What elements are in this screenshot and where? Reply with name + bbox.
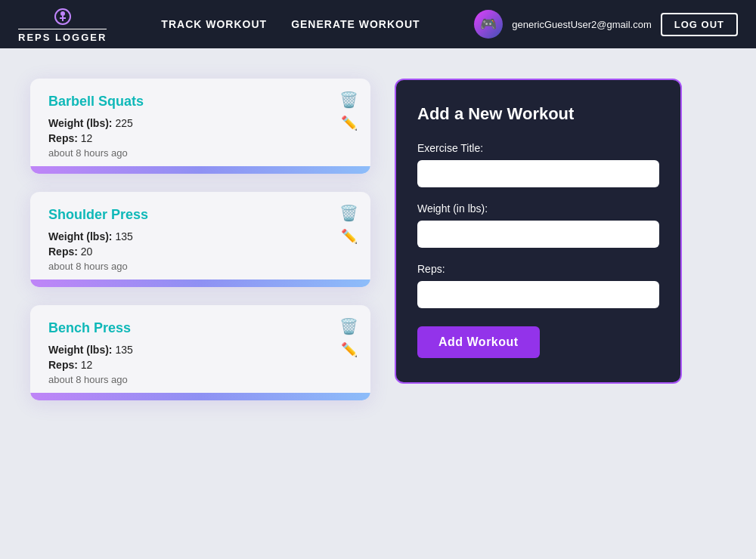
user-email: genericGuestUser2@gmail.com — [512, 19, 651, 30]
workout-reps-0: Reps: 12 — [48, 132, 355, 144]
weight-input[interactable] — [417, 221, 659, 248]
workout-title-0: Barbell Squats — [48, 94, 355, 110]
workout-card-2: Bench Press Weight (lbs): 135 Reps: 12 a… — [30, 305, 370, 400]
workout-time-0: about 8 hours ago — [48, 147, 355, 159]
edit-button-0[interactable]: ✏️ — [341, 115, 358, 131]
logo-icon — [52, 6, 73, 27]
main-content: Barbell Squats Weight (lbs): 225 Reps: 1… — [0, 48, 756, 431]
nav-track-workout[interactable]: TRACK WORKOUT — [161, 18, 267, 30]
pencil-icon-0: ✏️ — [341, 115, 358, 131]
workout-weight-1: Weight (lbs): 135 — [48, 230, 355, 242]
logout-button[interactable]: LOG OUT — [661, 13, 738, 36]
edit-button-1[interactable]: ✏️ — [341, 228, 358, 245]
workout-title-1: Shoulder Press — [48, 207, 355, 223]
workout-card-1: Shoulder Press Weight (lbs): 135 Reps: 2… — [30, 192, 370, 287]
add-workout-button[interactable]: Add Workout — [417, 326, 540, 358]
workout-title-2: Bench Press — [48, 320, 355, 336]
workout-reps-1: Reps: 20 — [48, 246, 355, 258]
workout-list: Barbell Squats Weight (lbs): 225 Reps: 1… — [30, 79, 370, 400]
trash-icon-1: 🗑️ — [339, 204, 358, 222]
workout-reps-2: Reps: 12 — [48, 359, 355, 371]
delete-button-2[interactable]: 🗑️ — [339, 317, 358, 335]
card-actions-1: 🗑️ ✏️ — [339, 204, 358, 245]
nav-generate-workout[interactable]: GENERATE WORKOUT — [291, 18, 420, 30]
navbar: REPS LOGGER TRACK WORKOUT GENERATE WORKO… — [0, 0, 756, 48]
workout-time-1: about 8 hours ago — [48, 261, 355, 272]
pencil-icon-1: ✏️ — [341, 228, 358, 245]
workout-weight-2: Weight (lbs): 135 — [48, 344, 355, 356]
workout-card-0: Barbell Squats Weight (lbs): 225 Reps: 1… — [30, 79, 370, 174]
nav-right: 🎮 genericGuestUser2@gmail.com LOG OUT — [474, 10, 738, 39]
reps-label: Reps: — [417, 263, 659, 275]
card-actions-2: 🗑️ ✏️ — [339, 317, 358, 358]
logo: REPS LOGGER — [18, 6, 107, 43]
pencil-icon-2: ✏️ — [341, 341, 358, 358]
trash-icon-0: 🗑️ — [339, 91, 358, 109]
edit-button-2[interactable]: ✏️ — [341, 341, 358, 358]
exercise-title-input[interactable] — [417, 160, 659, 187]
trash-icon-2: 🗑️ — [339, 317, 358, 335]
delete-button-1[interactable]: 🗑️ — [339, 204, 358, 222]
avatar-emoji: 🎮 — [480, 16, 497, 32]
svg-point-1 — [60, 11, 65, 16]
weight-label: Weight (in lbs): — [417, 202, 659, 215]
nav-links: TRACK WORKOUT GENERATE WORKOUT — [161, 18, 450, 30]
card-actions-0: 🗑️ ✏️ — [339, 91, 358, 131]
add-workout-panel: Add a New Workout Exercise Title: Weight… — [395, 79, 682, 384]
form-title: Add a New Workout — [417, 104, 659, 124]
workout-time-2: about 8 hours ago — [48, 374, 355, 385]
workout-weight-0: Weight (lbs): 225 — [48, 117, 355, 129]
reps-input[interactable] — [417, 281, 659, 308]
delete-button-0[interactable]: 🗑️ — [339, 91, 358, 109]
logo-text: REPS LOGGER — [18, 29, 107, 43]
avatar: 🎮 — [474, 10, 503, 39]
exercise-title-label: Exercise Title: — [417, 142, 659, 154]
